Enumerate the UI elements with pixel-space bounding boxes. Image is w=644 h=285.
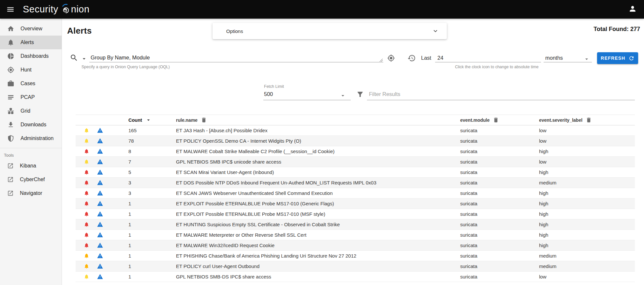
sidebar-item-downloads[interactable]: Downloads: [0, 118, 62, 132]
crosshair-actions-icon[interactable]: [387, 54, 395, 62]
table-row[interactable]: 1ET EXPLOIT Possible ETERNALBLUE Probe M…: [76, 198, 635, 209]
table-row[interactable]: 1ET PHISHING Chase/Bank of America Phish…: [76, 251, 635, 261]
table-row[interactable]: 1ET POLICY curl User-Agent Outboundsuric…: [76, 261, 635, 272]
sidebar-item-label: Dashboards: [21, 53, 49, 59]
sidebar-item-alerts[interactable]: Alerts: [0, 36, 62, 49]
sidebar-item-cases[interactable]: Cases: [0, 77, 62, 90]
sidebar-item-overview[interactable]: Overview: [0, 22, 62, 36]
fetch-limit-caret-icon[interactable]: [340, 92, 346, 99]
alert-info-triangle-icon[interactable]: [97, 138, 103, 144]
query-input[interactable]: Group By Name, Module: [91, 55, 150, 61]
query-caret-icon[interactable]: [81, 55, 87, 62]
alert-count: 78: [124, 138, 171, 144]
sidebar-item-pcap[interactable]: PCAP: [0, 90, 62, 104]
column-header-severity-label[interactable]: event.severity_label: [534, 117, 635, 123]
table-row[interactable]: 165ET JA3 Hash - [Abuse.ch] Possible Dri…: [76, 125, 635, 136]
filter-results-input[interactable]: Filter Results: [369, 91, 400, 97]
column-header-event-module[interactable]: event.module: [455, 117, 534, 123]
sidebar-tool-navigator[interactable]: Navigator: [0, 186, 62, 200]
remove-column-icon[interactable]: [586, 117, 592, 123]
time-input-underline: [435, 62, 541, 62]
severity-bell-icon[interactable]: [84, 274, 89, 279]
table-row[interactable]: 1ET MALWARE Meterpreter or Other Reverse…: [76, 230, 635, 240]
severity-bell-icon[interactable]: [84, 222, 89, 227]
account-icon[interactable]: [628, 5, 638, 14]
options-dropdown[interactable]: Options: [212, 23, 447, 39]
severity-bell-icon[interactable]: [84, 169, 89, 175]
logo-text-suffix: nion: [71, 4, 90, 15]
table-body: 165ET JA3 Hash - [Abuse.ch] Possible Dri…: [76, 125, 635, 282]
alert-info-triangle-icon[interactable]: [97, 190, 103, 196]
time-history-icon[interactable]: [407, 54, 416, 62]
alert-count: 7: [124, 159, 171, 165]
app-window: Security nion OverviewAlertsDashboardsHu…: [0, 0, 644, 285]
severity-bell-icon[interactable]: [84, 190, 89, 196]
menu-icon[interactable]: [6, 5, 15, 14]
table-row[interactable]: 3ET SCAN JAWS Webserver Unauthenticated …: [76, 188, 635, 198]
table-row[interactable]: 5ET SCAN Mirai Variant User-Agent (Inbou…: [76, 167, 635, 178]
sidebar-item-hunt[interactable]: Hunt: [0, 63, 62, 77]
table-row[interactable]: 3ET DOS Possible NTP DDoS Inbound Freque…: [76, 178, 635, 188]
severity-bell-icon[interactable]: [84, 232, 89, 238]
severity-bell-icon[interactable]: [84, 180, 89, 185]
severity-bell-icon[interactable]: [84, 201, 89, 206]
table-row[interactable]: 1ET MALWARE Win32/IcedID Request Cookies…: [76, 240, 635, 251]
table-row[interactable]: 1ET EXPLOIT Possible ETERNALBLUE Probe M…: [76, 209, 635, 219]
fetch-limit-select[interactable]: 500: [264, 91, 273, 97]
alert-info-triangle-icon[interactable]: [97, 274, 103, 280]
table-row[interactable]: 8ET MALWARE Cobalt Strike Malleable C2 P…: [76, 146, 635, 157]
severity-bell-icon[interactable]: [84, 243, 89, 248]
alert-count: 5: [124, 169, 171, 175]
alert-info-triangle-icon[interactable]: [97, 263, 103, 269]
sidebar-item-label: Administration: [21, 135, 53, 141]
table-row[interactable]: 1GPL NETBIOS SMB-DS IPC$ share accesssur…: [76, 272, 635, 282]
table-row[interactable]: 1ET HUNTING Suspicious Empty SSL Certifi…: [76, 219, 635, 230]
alert-rule-name: ET HUNTING Suspicious Empty SSL Certific…: [171, 222, 455, 227]
row-quick-actions: [76, 253, 124, 259]
sidebar-item-administration[interactable]: Administration: [0, 132, 62, 145]
bell-icon: [7, 39, 14, 46]
column-header-rule-name[interactable]: rule.name: [171, 117, 455, 123]
alert-info-triangle-icon[interactable]: [97, 253, 103, 259]
briefcase-icon: [7, 80, 14, 87]
severity-bell-icon[interactable]: [84, 253, 89, 259]
severity-bell-icon[interactable]: [84, 159, 89, 165]
row-quick-actions: [76, 242, 124, 248]
table-row[interactable]: 7GPL NETBIOS SMB IPC$ unicode share acce…: [76, 157, 635, 167]
alert-info-triangle-icon[interactable]: [97, 148, 103, 154]
table-row[interactable]: 78ET POLICY OpenSSL Demo CA - Internet W…: [76, 136, 635, 146]
alert-info-triangle-icon[interactable]: [97, 159, 103, 165]
alert-info-triangle-icon[interactable]: [97, 200, 103, 207]
resize-handle-icon[interactable]: [379, 58, 383, 62]
refresh-button[interactable]: REFRESH: [597, 52, 638, 64]
alert-count: 1: [124, 253, 171, 259]
alert-info-triangle-icon[interactable]: [97, 242, 103, 248]
alert-info-triangle-icon[interactable]: [97, 180, 103, 186]
column-header-count[interactable]: Count: [124, 117, 171, 123]
row-quick-actions: [76, 159, 124, 165]
alert-info-triangle-icon[interactable]: [97, 169, 103, 175]
time-unit-select[interactable]: months: [545, 55, 563, 61]
alert-info-triangle-icon[interactable]: [97, 221, 103, 228]
alert-rule-name: ET EXPLOIT Possible ETERNALBLUE Probe MS…: [171, 211, 455, 217]
remove-column-icon[interactable]: [493, 117, 499, 123]
severity-bell-icon[interactable]: [84, 149, 89, 154]
refresh-button-label: REFRESH: [601, 55, 625, 61]
remove-column-icon[interactable]: [201, 117, 207, 123]
time-value-input[interactable]: 24: [437, 55, 443, 61]
sidebar-item-grid[interactable]: Grid: [0, 104, 62, 118]
severity-bell-icon[interactable]: [84, 128, 89, 133]
severity-bell-icon[interactable]: [84, 263, 89, 269]
alert-info-triangle-icon[interactable]: [97, 211, 103, 217]
sort-descending-icon[interactable]: [145, 117, 152, 123]
table-header-row: Count rule.name event.module event.sever…: [76, 115, 635, 125]
alert-info-triangle-icon[interactable]: [97, 232, 103, 238]
unit-caret-icon[interactable]: [583, 56, 590, 62]
sidebar-item-dashboards[interactable]: Dashboards: [0, 49, 62, 63]
sidebar-tool-kibana[interactable]: Kibana: [0, 159, 62, 173]
sidebar-tool-cyberchef[interactable]: CyberChef: [0, 173, 62, 186]
alert-info-triangle-icon[interactable]: [97, 127, 103, 134]
severity-bell-icon[interactable]: [84, 211, 89, 217]
severity-bell-icon[interactable]: [84, 138, 89, 144]
search-icon[interactable]: [70, 54, 78, 62]
